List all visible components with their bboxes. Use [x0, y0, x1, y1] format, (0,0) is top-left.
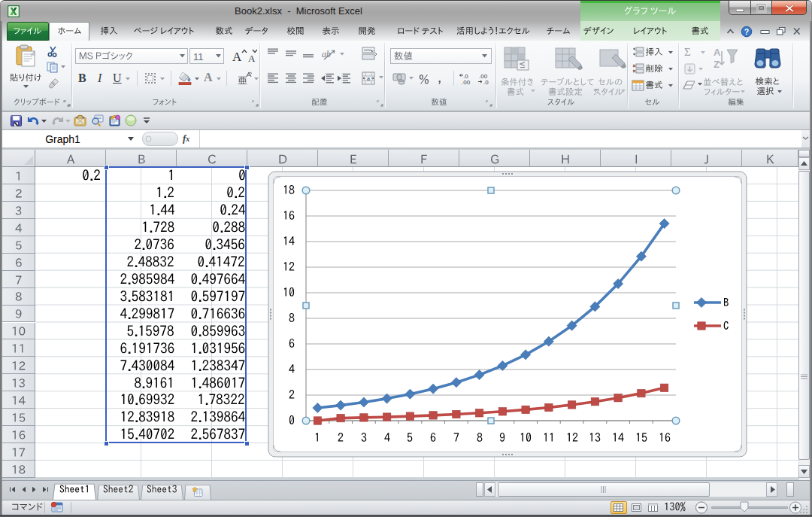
svg-text:A: A [248, 53, 256, 64]
svg-text:Z: Z [714, 59, 720, 70]
svg-text:A: A [714, 47, 721, 58]
svg-text:?: ? [744, 27, 749, 36]
svg-text:a: a [367, 75, 370, 82]
svg-text:.00: .00 [462, 79, 471, 85]
svg-text:.0: .0 [483, 79, 489, 85]
svg-text:A: A [232, 50, 242, 64]
